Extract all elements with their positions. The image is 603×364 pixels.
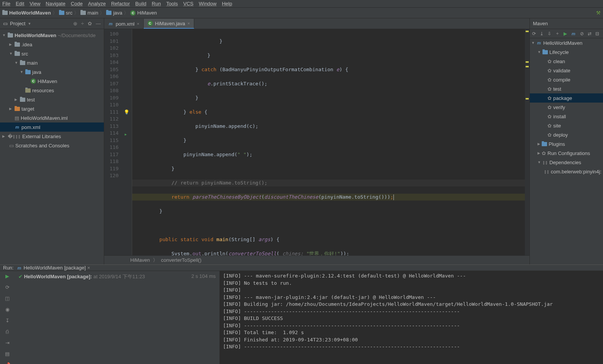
locate-icon[interactable]: ⊕ (73, 21, 77, 26)
tree-main[interactable]: ▼ main (0, 58, 104, 67)
rerun-icon[interactable]: ▶ (5, 273, 9, 279)
export-icon[interactable]: ⇥ (5, 340, 10, 346)
tree-src[interactable]: ▼ src (0, 49, 104, 58)
menu-window[interactable]: Window (199, 1, 216, 7)
warning-marker[interactable] (526, 66, 529, 67)
menu-refactor[interactable]: Refactor (111, 1, 130, 7)
line-number-gutter: 1001011021031041051061071081091101111121… (104, 29, 121, 255)
maven-root[interactable]: ▼ m HelloWorldMaven (530, 38, 603, 47)
build-hammer-icon[interactable]: ⚒ (596, 10, 601, 16)
maven-run-configs[interactable]: ▶✿Run Configurations (530, 149, 603, 158)
filter-icon[interactable]: ◫ (5, 295, 10, 301)
menu-navigate[interactable]: Navigate (46, 1, 65, 7)
menu-run[interactable]: Run (152, 1, 161, 7)
tree-test[interactable]: ▶ test (0, 95, 104, 104)
chevron-down-icon[interactable]: ▼ (28, 22, 31, 26)
intention-bulb-icon[interactable]: 💡 (124, 109, 129, 116)
chevron-right-icon: 〉 (153, 257, 158, 264)
run-tab[interactable]: m HelloWorldMaven [package] × (16, 265, 90, 271)
scroll-icon[interactable]: ↧ (5, 318, 10, 323)
menu-help[interactable]: Help (222, 1, 232, 7)
editor-breadcrumb-method[interactable]: converterToSpell() (161, 257, 202, 263)
breadcrumb-java[interactable]: java (106, 10, 122, 16)
editor-breadcrumb-class[interactable]: HiMaven (130, 257, 150, 263)
breadcrumb-src[interactable]: src (59, 10, 72, 16)
gear-icon: ✿ (547, 86, 552, 92)
close-icon[interactable]: × (187, 21, 190, 26)
breadcrumb-class[interactable]: C HiMaven (130, 10, 157, 16)
run-icon[interactable]: ▶ (564, 31, 567, 36)
layout-icon[interactable]: ▤ (5, 351, 10, 357)
menu-build[interactable]: Build (135, 1, 146, 7)
tab-himaven[interactable]: C HiMaven.java × (144, 19, 194, 29)
maven-deps[interactable]: ▼⫿⫿Dependencies (530, 158, 603, 167)
maven-plugins[interactable]: ▶Plugins (530, 139, 603, 149)
refresh-icon[interactable]: ⟳ (532, 31, 536, 36)
toggle-offline-icon[interactable]: ⊘ (580, 31, 584, 36)
breadcrumb-root[interactable]: HelloWorldMaven (2, 10, 51, 16)
project-tree[interactable]: ▼ HelloWorldMaven ~/Documents/Ide ▶ .ide… (0, 29, 104, 264)
maven-panel-title: Maven (533, 21, 548, 26)
menu-view[interactable]: View (29, 1, 40, 7)
menu-file[interactable]: File (2, 1, 10, 7)
pin-icon[interactable]: 📌 (4, 362, 10, 364)
tree-target[interactable]: ▶ target (0, 104, 104, 113)
maven-icon[interactable]: m (571, 31, 576, 36)
collapse-icon[interactable]: ÷ (81, 21, 84, 26)
hide-icon[interactable]: — (96, 21, 101, 26)
maven-goal-site[interactable]: ✿site (530, 121, 603, 130)
download-icon[interactable]: ⇩ (547, 31, 551, 36)
maven-goal-clean[interactable]: ✿clean (530, 57, 603, 66)
tree-iml[interactable]: ▤ HelloWorldMaven.iml (0, 113, 104, 122)
add-icon[interactable]: ＋ (555, 30, 560, 37)
run-header: Run: m HelloWorldMaven [package] × (0, 265, 603, 271)
skip-tests-icon[interactable]: ⇄ (588, 31, 592, 36)
tree-pom[interactable]: m pom.xml (0, 122, 104, 132)
run-console-output[interactable]: [INFO] --- maven-surefire-plugin:2.12.4:… (220, 271, 603, 364)
project-panel-title[interactable]: Project (10, 21, 25, 26)
tree-resources[interactable]: resources (0, 86, 104, 95)
maven-goal-compile[interactable]: ✿compile (530, 75, 603, 84)
menu-edit[interactable]: Edit (16, 1, 24, 7)
maven-goal-validate[interactable]: ✿validate (530, 66, 603, 75)
maven-dep-item[interactable]: ⫿⫿com.belerweb:pinyin4j: (530, 167, 603, 176)
tab-pom[interactable]: m pom.xml × (104, 19, 144, 29)
menu-tools[interactable]: Tools (166, 1, 178, 7)
run-gutter-icon[interactable]: ▶ (125, 131, 126, 138)
maven-goal-label: test (553, 86, 561, 92)
maven-goal-test[interactable]: ✿test (530, 84, 603, 93)
run-toolbar: ▶ ⟳ ◫ ◉ ↧ ⎙ ⇥ ▤ 📌 (0, 271, 15, 364)
editor[interactable]: 1001011021031041051061071081091101111121… (104, 29, 529, 255)
maven-tree[interactable]: ▼ m HelloWorldMaven ▼ Lifecycle ✿clean ✿… (530, 38, 603, 264)
close-icon[interactable]: × (87, 265, 90, 271)
tree-root[interactable]: ▼ HelloWorldMaven ~/Documents/Ide (0, 31, 104, 40)
maven-lifecycle[interactable]: ▼ Lifecycle (530, 47, 603, 57)
tree-scratches[interactable]: ▭ Scratches and Consoles (0, 141, 104, 150)
maven-goal-deploy[interactable]: ✿deploy (530, 130, 603, 139)
generate-sources-icon[interactable]: ⤓ (540, 31, 544, 36)
maven-goal-verify[interactable]: ✿verify (530, 103, 603, 112)
tree-ext-libs[interactable]: ▶ �⫿⫿⫿ External Libraries (0, 132, 104, 141)
breadcrumb-main[interactable]: main (80, 10, 98, 16)
warning-marker[interactable] (526, 31, 529, 32)
eye-icon[interactable]: ◉ (5, 307, 10, 312)
code-content[interactable]: } } } catch (BadHanyuPinyinOutputFormatC… (132, 29, 525, 255)
error-stripe[interactable] (525, 29, 529, 255)
menu-analyze[interactable]: Analyze (88, 1, 106, 7)
tree-idea[interactable]: ▶ .idea (0, 40, 104, 49)
warning-marker[interactable] (526, 61, 529, 63)
tree-label: External Libraries (22, 134, 61, 139)
run-task-tree[interactable]: ✔ HelloWorldMaven [package]: at 2019/9/1… (15, 271, 220, 364)
close-icon[interactable]: × (137, 21, 139, 26)
menu-code[interactable]: Code (71, 1, 83, 7)
maven-goal-package[interactable]: ✿package (530, 93, 603, 103)
maven-goal-install[interactable]: ✿install (530, 112, 603, 121)
print-icon[interactable]: ⎙ (6, 329, 9, 335)
gear-icon[interactable]: ✿ (88, 21, 92, 26)
warning-marker[interactable] (526, 98, 529, 100)
stop-icon[interactable]: ⟳ (5, 284, 10, 290)
tree-himaven-class[interactable]: C HiMaven (0, 77, 104, 86)
tree-java[interactable]: ▼ java (0, 67, 104, 77)
menu-vcs[interactable]: VCS (183, 1, 193, 7)
collapse-all-icon[interactable]: ⊟ (595, 31, 599, 36)
